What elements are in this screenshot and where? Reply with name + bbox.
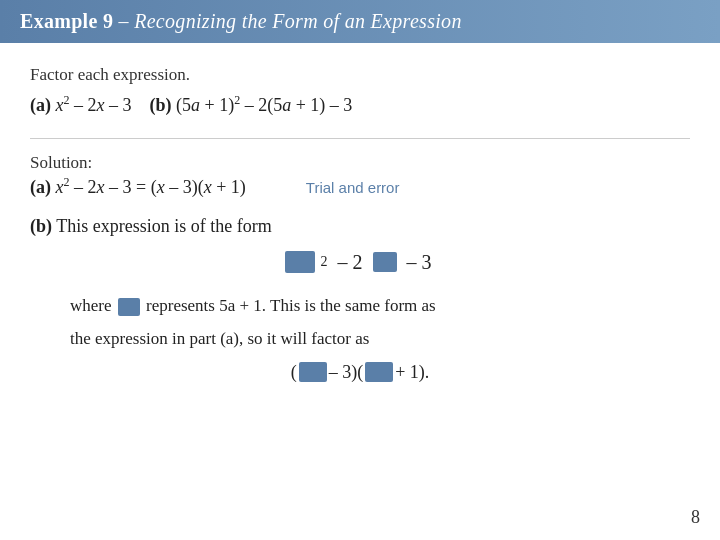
box-base [285,251,315,273]
part-b-form-label: (b) This expression is of the form [30,216,690,237]
box-factor-2 [365,362,393,382]
main-content: Factor each expression. (a) x2 – 2x – 3 … [0,43,720,393]
part-b-expr: (5a + 1)2 – 2(5a + 1) – 3 [176,95,352,115]
box-factor-1 [299,362,327,382]
header-title: – Recognizing the Form of an Expression [113,10,461,32]
instruction-text: Factor each expression. [30,65,690,85]
part-a-label: (a) [30,95,51,115]
part-a-solution-expr: (a) x2 – 2x – 3 = (x – 3)(x + 1) [30,177,246,198]
box-coeff [373,252,397,272]
factor-result-visual: ( – 3)( + 1). [30,362,690,383]
solution-part-a: (a) x2 – 2x – 3 = (x – 3)(x + 1) Trial a… [30,177,690,198]
example-number: Example 9 [20,10,113,32]
where-line-1: where represents 5a + 1. This is the sam… [70,292,690,321]
divider [30,138,690,139]
page-number: 8 [691,507,700,528]
trial-error-label: Trial and error [306,179,400,196]
solution-label: Solution: [30,153,690,173]
box-where [118,298,140,316]
header-banner: Example 9 – Recognizing the Form of an E… [0,0,720,43]
expression-form-visual: 2 – 2 – 3 [30,251,690,274]
part-b-label: (b) [150,95,172,115]
part-a-expr: x2 – 2x – 3 [56,95,146,115]
where-line-2: the expression in part (a), so it will f… [70,325,690,354]
problem-parts: (a) x2 – 2x – 3 (b) (5a + 1)2 – 2(5a + 1… [30,91,690,120]
